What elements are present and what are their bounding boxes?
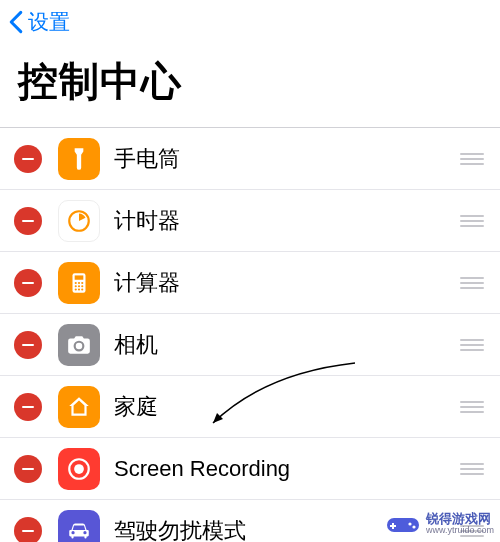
drag-handle[interactable] — [458, 401, 486, 413]
list-item-flashlight: 手电筒 — [0, 128, 500, 190]
screen-record-icon — [58, 448, 100, 490]
remove-button[interactable] — [14, 207, 42, 235]
back-button[interactable]: 设置 — [8, 8, 70, 36]
drag-handle[interactable] — [458, 277, 486, 289]
svg-point-7 — [78, 285, 80, 287]
item-label: 手电筒 — [114, 144, 458, 174]
remove-button[interactable] — [14, 517, 42, 543]
calculator-icon — [58, 262, 100, 304]
svg-point-8 — [81, 285, 83, 287]
list-item-camera: 相机 — [0, 314, 500, 376]
watermark-brand: 锐得游戏网 — [426, 512, 494, 526]
car-icon — [58, 510, 100, 543]
item-label: 计时器 — [114, 206, 458, 236]
list-item-calculator: 计算器 — [0, 252, 500, 314]
remove-button[interactable] — [14, 269, 42, 297]
gamepad-icon — [386, 512, 420, 536]
svg-point-13 — [74, 464, 84, 474]
nav-bar: 设置 — [0, 0, 500, 44]
drag-handle[interactable] — [458, 339, 486, 351]
drag-handle[interactable] — [458, 463, 486, 475]
remove-button[interactable] — [14, 455, 42, 483]
back-label: 设置 — [28, 8, 70, 36]
svg-rect-16 — [390, 525, 396, 527]
list-item-screen-recording: Screen Recording — [0, 438, 500, 500]
svg-point-18 — [412, 525, 415, 528]
svg-point-9 — [75, 288, 77, 290]
drag-handle[interactable] — [458, 153, 486, 165]
item-label: Screen Recording — [114, 456, 458, 482]
svg-point-11 — [81, 288, 83, 290]
item-label: 计算器 — [114, 268, 458, 298]
item-label: 家庭 — [114, 392, 458, 422]
flashlight-icon — [58, 138, 100, 180]
remove-button[interactable] — [14, 145, 42, 173]
svg-rect-2 — [75, 275, 84, 279]
list-item-home: 家庭 — [0, 376, 500, 438]
svg-point-3 — [75, 281, 77, 283]
camera-icon — [58, 324, 100, 366]
home-icon — [58, 386, 100, 428]
watermark-url: www.ytruido.com — [426, 526, 494, 536]
svg-point-4 — [78, 281, 80, 283]
watermark: 锐得游戏网 www.ytruido.com — [386, 512, 494, 536]
controls-list: 手电筒 计时器 计算器 相机 家庭 — [0, 127, 500, 542]
list-item-timer: 计时器 — [0, 190, 500, 252]
timer-icon — [58, 200, 100, 242]
page-title: 控制中心 — [0, 44, 500, 127]
remove-button[interactable] — [14, 331, 42, 359]
chevron-left-icon — [8, 10, 24, 34]
svg-point-5 — [81, 281, 83, 283]
svg-point-10 — [78, 288, 80, 290]
svg-point-6 — [75, 285, 77, 287]
svg-point-17 — [408, 522, 411, 525]
item-label: 相机 — [114, 330, 458, 360]
drag-handle[interactable] — [458, 215, 486, 227]
remove-button[interactable] — [14, 393, 42, 421]
